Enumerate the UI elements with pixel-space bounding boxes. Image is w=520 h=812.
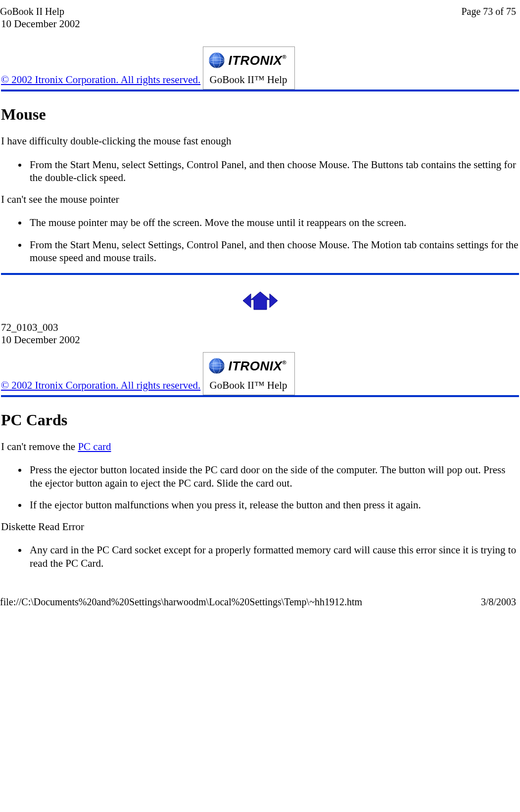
svg-marker-5 <box>251 292 270 310</box>
mouse-q2: I can't see the mouse pointer <box>1 193 519 206</box>
pc-a1-list: Press the ejector button located inside … <box>1 463 519 511</box>
mouse-q1: I have difficulty double-clicking the mo… <box>1 135 519 148</box>
globe-icon <box>208 358 225 374</box>
divider <box>1 273 519 275</box>
globe-icon <box>208 52 225 69</box>
pc-q1: I can't remove the PC card <box>1 440 519 453</box>
footer-date: 3/8/2003 <box>481 596 516 608</box>
logo-text: ITRONIX® <box>228 53 286 68</box>
nav-prev-icon[interactable] <box>243 294 251 308</box>
nav-home-icon[interactable] <box>251 292 270 310</box>
date-line-1: 10 December 2002 <box>1 17 519 31</box>
pc-q2: Diskette Read Error <box>1 520 519 534</box>
date-line-2: 10 December 2002 <box>1 334 519 346</box>
logo-header-box-2: ITRONIX® GoBook II™ Help <box>203 352 295 395</box>
nav-next-icon[interactable] <box>270 294 278 308</box>
svg-marker-4 <box>243 294 251 308</box>
logo-subtitle: GoBook II™ Help <box>203 72 294 89</box>
list-item: If the ejector button malfunctions when … <box>28 498 519 511</box>
pc-card-link[interactable]: PC card <box>78 441 111 452</box>
list-item: From the Start Menu, select Settings, Co… <box>28 158 519 184</box>
header-title: GoBook II Help <box>0 6 64 17</box>
divider <box>1 90 519 91</box>
logo-header-box-1: ITRONIX® GoBook II™ Help <box>203 46 295 90</box>
pc-q1-prefix: I can't remove the <box>1 441 78 452</box>
mouse-a2-list: The mouse pointer may be off the screen.… <box>1 216 519 264</box>
divider <box>1 395 519 397</box>
page-header: GoBook II Help Page 73 of 75 <box>0 0 520 17</box>
section-heading-pccards: PC Cards <box>1 411 519 429</box>
list-item: From the Start Menu, select Settings, Co… <box>28 238 519 265</box>
list-item: Press the ejector button located inside … <box>28 463 519 490</box>
copyright-link[interactable]: © 2002 Itronix Corporation. All rights r… <box>1 74 200 86</box>
list-item: Any card in the PC Card socket except fo… <box>28 543 519 570</box>
pc-a2-list: Any card in the PC Card socket except fo… <box>1 543 519 570</box>
logo-subtitle: GoBook II™ Help <box>203 377 294 395</box>
logo-text: ITRONIX® <box>228 359 286 374</box>
section-heading-mouse: Mouse <box>1 105 519 124</box>
mouse-a1-list: From the Start Menu, select Settings, Co… <box>1 158 519 184</box>
page-footer: file://C:\Documents%20and%20Settings\har… <box>0 596 520 614</box>
svg-marker-6 <box>270 294 278 308</box>
footer-path: file://C:\Documents%20and%20Settings\har… <box>0 596 362 608</box>
nav-icons <box>1 290 519 315</box>
copyright-link-2[interactable]: © 2002 Itronix Corporation. All rights r… <box>1 379 200 391</box>
header-page-number: Page 73 of 75 <box>461 6 516 17</box>
list-item: The mouse pointer may be off the screen.… <box>28 216 519 229</box>
doc-id: 72_0103_003 <box>1 321 519 334</box>
